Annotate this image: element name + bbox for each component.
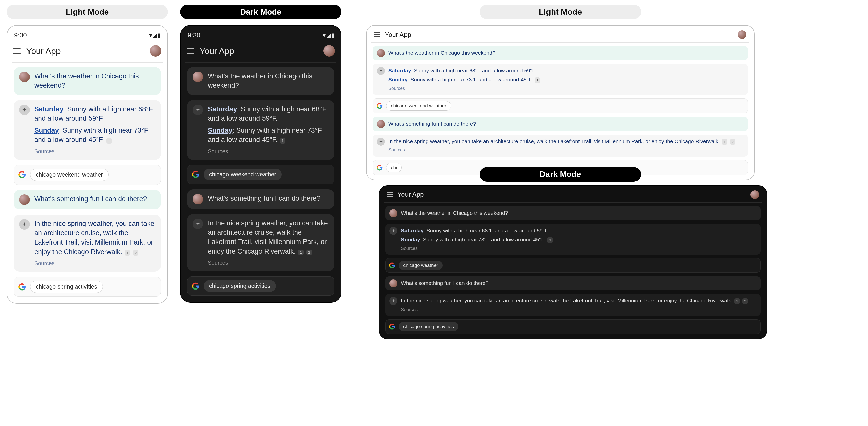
- search-chip[interactable]: chicago weekend weather: [204, 169, 282, 181]
- battery-icon: ▮: [331, 32, 334, 39]
- user-message-text: What's something fun I can do there?: [389, 120, 744, 128]
- weekday-link[interactable]: Sunday: [401, 237, 420, 242]
- user-message-text: What's the weather in Chicago this weeke…: [208, 72, 329, 91]
- status-time: 9:30: [14, 31, 27, 39]
- user-message: What's the weather in Chicago this weeke…: [187, 67, 334, 95]
- user-message-text: What's something fun I can do there?: [208, 194, 320, 204]
- menu-icon[interactable]: [387, 192, 393, 197]
- ai-line-sunday: Sunday: Sunny with a high near 73°F and …: [34, 126, 155, 145]
- user-avatar-icon: [390, 209, 397, 217]
- profile-avatar[interactable]: [150, 45, 161, 57]
- sources-label[interactable]: Sources: [34, 148, 155, 155]
- citation-badge[interactable]: 1: [535, 77, 540, 83]
- search-chip[interactable]: chicago spring activities: [399, 322, 459, 331]
- weekday-link[interactable]: Saturday: [34, 105, 64, 113]
- ai-line-saturday: Saturday: Sunny with a high near 68°F an…: [401, 227, 756, 234]
- ai-message: Saturday: Sunny with a high near 68°F an…: [13, 100, 161, 160]
- citation-badge[interactable]: 1: [298, 250, 304, 255]
- citation-badge[interactable]: 2: [306, 250, 312, 255]
- app-bar: Your App: [384, 189, 762, 202]
- user-avatar-icon: [19, 194, 30, 205]
- phone-frame-dark: 9:30 ▾ ◢ ▮ Your App What's the weather i…: [180, 25, 341, 303]
- menu-icon[interactable]: [374, 32, 380, 37]
- ai-answer-text: In the nice spring weather, you can take…: [34, 219, 155, 257]
- citation-badge[interactable]: 1: [734, 298, 740, 304]
- ai-answer-text: In the nice spring weather, you can take…: [401, 297, 756, 304]
- app-bar: Your App: [11, 43, 163, 62]
- profile-avatar[interactable]: [738, 30, 746, 39]
- user-avatar-icon: [377, 49, 385, 57]
- citation-badge[interactable]: 2: [730, 139, 735, 145]
- ai-message: In the nice spring weather, you can take…: [187, 214, 334, 271]
- wifi-icon: ▾: [322, 32, 325, 39]
- profile-avatar[interactable]: [750, 190, 759, 199]
- ai-message: In the nice spring weather, you can take…: [373, 135, 748, 157]
- phone-frame-light: 9:30 ▾ ◢ ▮ Your App What's the weather i…: [6, 25, 168, 304]
- sources-label[interactable]: Sources: [389, 147, 744, 153]
- tablet-frame-light: Your App What's the weather in Chicago t…: [366, 25, 754, 180]
- sources-label[interactable]: Sources: [401, 245, 756, 252]
- sources-row: chicago weekend weather: [373, 98, 748, 113]
- ai-line-sunday: Sunday: Sunny with a high near 73°F and …: [389, 76, 744, 84]
- user-message: What's something fun I can do there?: [373, 117, 748, 131]
- signal-icon: ◢: [326, 32, 330, 39]
- app-title: Your App: [397, 191, 746, 198]
- ai-answer-text: In the nice spring weather, you can take…: [389, 138, 744, 145]
- tablet-frame-dark: Your App What's the weather in Chicago t…: [379, 185, 767, 339]
- ai-message: Saturday: Sunny with a high near 68°F an…: [385, 224, 761, 255]
- search-chip[interactable]: chicago weather: [399, 261, 442, 270]
- user-message-text: What's the weather in Chicago this weeke…: [389, 49, 744, 57]
- ai-line-sunday: Sunday: Sunny with a high near 73°F and …: [401, 236, 756, 243]
- citation-badge[interactable]: 1: [547, 237, 553, 243]
- weekday-link[interactable]: Saturday: [401, 228, 424, 233]
- sources-label[interactable]: Sources: [208, 259, 329, 267]
- search-chip[interactable]: chicago weekend weather: [30, 169, 109, 181]
- ai-avatar-icon: [193, 219, 203, 229]
- ai-line-sunday: Sunday: Sunny with a high near 73°F and …: [208, 126, 329, 145]
- sources-label[interactable]: Sources: [208, 148, 329, 155]
- citation-badge[interactable]: 2: [742, 298, 748, 304]
- citation-badge[interactable]: 1: [125, 250, 130, 256]
- sources-label[interactable]: Sources: [389, 85, 744, 92]
- weekday-link[interactable]: Saturday: [389, 68, 411, 73]
- citation-badge[interactable]: 2: [133, 250, 138, 256]
- ai-avatar-icon: [193, 105, 203, 115]
- mode-label-dark: Dark Mode: [479, 167, 641, 182]
- ai-line-saturday: Saturday: Sunny with a high near 68°F an…: [34, 105, 155, 124]
- citation-badge[interactable]: 1: [722, 139, 727, 145]
- sources-row: chicago weekend weather: [187, 165, 334, 184]
- ai-avatar-icon: [377, 138, 385, 146]
- app-bar: Your App: [185, 43, 336, 62]
- google-logo-icon: [376, 103, 382, 109]
- user-message: What's the weather in Chicago this weeke…: [385, 206, 761, 220]
- user-avatar-icon: [193, 72, 203, 82]
- weekday-link[interactable]: Sunday: [389, 77, 407, 83]
- user-message: What's the weather in Chicago this weeke…: [13, 67, 161, 95]
- ai-avatar-icon: [390, 227, 397, 235]
- citation-badge[interactable]: 1: [280, 138, 285, 144]
- ai-avatar-icon: [19, 105, 30, 115]
- search-chip[interactable]: chicago weekend weather: [386, 101, 451, 111]
- ai-avatar-icon: [390, 297, 397, 305]
- user-message: What's something fun I can do there?: [187, 189, 334, 209]
- weekday-link[interactable]: Sunday: [208, 127, 232, 134]
- citation-badge[interactable]: 1: [106, 138, 112, 144]
- sources-label[interactable]: Sources: [34, 260, 155, 267]
- status-bar: 9:30 ▾ ◢ ▮: [11, 31, 163, 43]
- status-icons: ▾ ◢ ▮: [149, 32, 160, 39]
- search-chip[interactable]: chicago spring activities: [204, 280, 276, 292]
- weekday-link[interactable]: Sunday: [34, 127, 59, 134]
- status-icons: ▾ ◢ ▮: [322, 32, 334, 39]
- google-logo-icon: [19, 171, 26, 178]
- profile-avatar[interactable]: [323, 45, 335, 57]
- search-chip[interactable]: chicago spring activities: [30, 281, 103, 293]
- app-title: Your App: [200, 46, 318, 56]
- ai-avatar-icon: [377, 67, 385, 75]
- sources-label[interactable]: Sources: [401, 306, 756, 313]
- menu-icon[interactable]: [13, 48, 21, 54]
- google-logo-icon: [389, 262, 395, 268]
- weekday-link[interactable]: Saturday: [208, 105, 237, 113]
- menu-icon[interactable]: [187, 48, 194, 54]
- sources-row: chicago spring activities: [187, 276, 334, 296]
- user-message-text: What's something fun I can do there?: [34, 194, 147, 205]
